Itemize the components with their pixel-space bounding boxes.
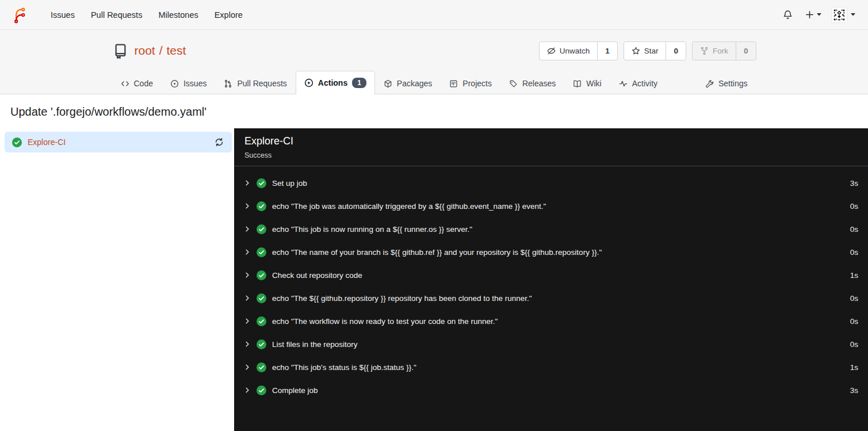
notifications-button[interactable] [777,6,799,23]
step-name: echo "This job's status is ${{ job.statu… [272,363,416,372]
step-duration: 0s [850,317,858,326]
nav-explore[interactable]: Explore [207,5,251,25]
create-new-button[interactable] [799,7,828,22]
project-icon [449,79,458,88]
wrench-icon [705,79,714,88]
code-icon [121,79,129,88]
chevron-right-icon [244,203,251,209]
job-name: Explore-CI [28,138,208,147]
job-log-panel: Explore-CI Success Set up job 3s echo "T… [234,128,868,431]
watch-count[interactable]: 1 [597,42,617,60]
pull-request-icon [224,79,232,88]
chevron-right-icon [244,387,251,394]
star-button[interactable]: Star 0 [624,41,686,60]
check-circle-icon [257,293,266,303]
step-name: echo "The ${{ github.repository }} repos… [272,294,532,303]
job-item-explore-ci[interactable]: Explore-CI [5,132,232,152]
star-count[interactable]: 0 [666,42,686,60]
tab-settings[interactable]: Settings [697,72,756,94]
tag-icon [509,79,518,88]
repo-title-row: root / test Unwatch 1 [112,39,756,62]
step-row[interactable]: Check out repository code 1s [234,264,868,287]
nav-milestones[interactable]: Milestones [150,5,206,25]
plus-icon [805,10,814,19]
check-circle-icon [257,340,266,349]
rerun-job-button[interactable] [214,137,224,147]
step-name: Complete job [272,386,318,395]
chevron-right-icon [244,249,251,255]
star-label: Star [644,47,659,55]
step-row[interactable]: echo "This job is now running on a ${{ r… [234,218,868,241]
step-name: echo "The name of your branch is ${{ git… [272,248,602,257]
step-row[interactable]: Complete job 3s [234,379,868,402]
repo-name-link[interactable]: test [167,44,186,58]
step-row[interactable]: echo "The name of your branch is ${{ git… [234,241,868,264]
tab-code[interactable]: Code [112,72,162,94]
tab-activity[interactable]: Activity [610,72,666,94]
nav-pull-requests[interactable]: Pull Requests [83,5,150,25]
step-name: Check out repository code [272,271,362,280]
book-open-icon [573,79,582,88]
tab-projects[interactable]: Projects [441,72,500,94]
tab-pull-requests[interactable]: Pull Requests [215,72,295,94]
actions-count-badge: 1 [352,78,366,88]
step-row[interactable]: Set up job 3s [234,171,868,194]
chevron-right-icon [244,364,251,371]
issue-icon [170,79,179,88]
unwatch-label: Unwatch [560,47,590,55]
panel-job-status: Success [244,151,858,159]
user-menu[interactable] [828,5,859,25]
step-duration: 0s [850,294,858,303]
repo-book-icon [112,43,129,59]
check-circle-icon [257,386,266,395]
step-name: Set up job [272,179,307,188]
tab-issues[interactable]: Issues [162,72,215,94]
repo-header: root / test Unwatch 1 [0,30,868,94]
breadcrumb: root / test [135,44,186,58]
tab-actions[interactable]: Actions 1 [296,71,375,94]
job-list-sidebar: Explore-CI [0,128,234,431]
nav-issues[interactable]: Issues [43,5,83,25]
step-row[interactable]: echo "The ${{ github.repository }} repos… [234,287,868,310]
step-list: Set up job 3s echo "The job was automati… [234,166,868,402]
check-circle-icon [257,201,266,211]
fork-button: Fork 0 [692,41,756,60]
step-row[interactable]: echo "This job's status is ${{ job.statu… [234,356,868,379]
fork-count: 0 [736,42,756,60]
step-row[interactable]: List files in the repository 0s [234,333,868,356]
chevron-right-icon [244,226,251,232]
step-row[interactable]: echo "The workflow is now ready to test … [234,310,868,333]
star-icon [632,47,640,55]
step-duration: 0s [850,225,858,234]
step-name: List files in the repository [272,340,358,349]
unwatch-button[interactable]: Unwatch 1 [539,41,618,60]
package-icon [384,79,392,88]
repo-action-buttons: Unwatch 1 Star 0 [539,41,756,60]
eye-slash-icon [547,47,556,55]
tab-packages[interactable]: Packages [375,72,441,94]
chevron-right-icon [244,341,251,348]
chevron-right-icon [244,318,251,325]
step-name: echo "The job was automatically triggere… [272,202,546,211]
step-duration: 3s [850,386,858,395]
panel-header: Explore-CI Success [234,128,868,166]
fork-icon [700,47,709,55]
check-circle-icon [257,224,266,234]
page-title: Update '.forgejo/workflows/demo.yaml' [0,94,868,128]
chevron-right-icon [244,180,251,186]
step-row[interactable]: echo "The job was automatically triggere… [234,194,868,218]
actions-run-view: Update '.forgejo/workflows/demo.yaml' Ex… [0,94,868,431]
pulse-icon [619,79,628,88]
fork-label: Fork [713,47,728,55]
forgejo-logo[interactable] [12,6,29,24]
repo-owner-link[interactable]: root [135,44,155,58]
step-name: echo "The workflow is now ready to test … [272,317,498,326]
sync-icon [215,138,224,147]
caret-down-icon [817,13,821,16]
bell-icon [783,10,793,20]
tab-wiki[interactable]: Wiki [564,72,610,94]
repo-tab-bar: Code Issues Pull Requests [112,70,756,94]
check-circle-icon [257,247,266,257]
chevron-right-icon [244,295,251,302]
tab-releases[interactable]: Releases [500,72,564,94]
